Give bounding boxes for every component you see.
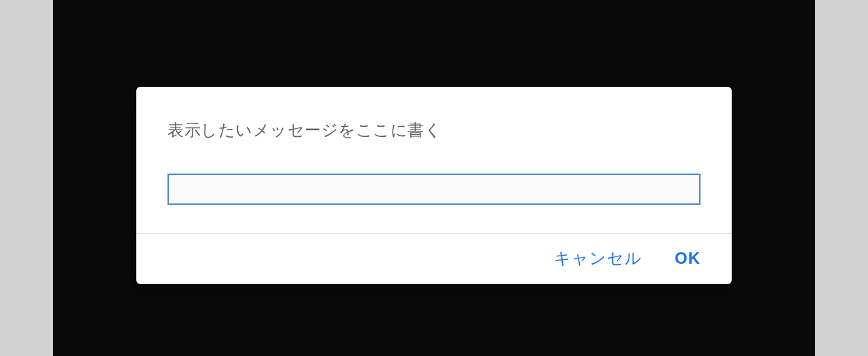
prompt-dialog: 表示したいメッセージをここに書く キャンセル OK [136,87,732,284]
app-background: 表示したいメッセージをここに書く キャンセル OK [53,12,815,356]
app-frame: 表示したいメッセージをここに書く キャンセル OK [53,0,815,356]
dialog-actions: キャンセル OK [136,234,732,284]
ok-button[interactable]: OK [675,249,701,268]
cancel-button[interactable]: キャンセル [554,248,642,269]
message-input[interactable] [167,174,701,205]
dialog-body: 表示したいメッセージをここに書く [136,87,732,233]
dialog-message: 表示したいメッセージをここに書く [167,119,701,141]
